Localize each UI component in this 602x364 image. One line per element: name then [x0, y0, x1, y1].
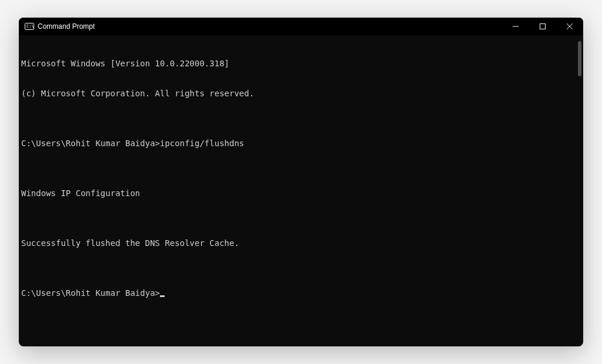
- terminal-line: Windows IP Configuration: [21, 188, 581, 198]
- maximize-icon: [540, 23, 546, 29]
- cursor-icon: [160, 295, 165, 297]
- minimize-button[interactable]: [502, 18, 529, 35]
- close-icon: [567, 23, 573, 29]
- close-button[interactable]: [556, 18, 583, 35]
- terminal-line: (c) Microsoft Corporation. All rights re…: [21, 89, 581, 99]
- minimize-icon: [513, 23, 519, 29]
- maximize-button[interactable]: [529, 18, 556, 35]
- scrollbar-thumb[interactable]: [578, 41, 581, 76]
- terminal-line: Microsoft Windows [Version 10.0.22000.31…: [21, 59, 581, 69]
- terminal-line: C:\Users\Rohit Kumar Baidya>ipconfig/flu…: [21, 139, 581, 149]
- terminal-output[interactable]: Microsoft Windows [Version 10.0.22000.31…: [19, 35, 583, 346]
- titlebar[interactable]: C:\ Command Prompt: [19, 18, 583, 35]
- svg-rect-3: [540, 24, 546, 29]
- window-title: Command Prompt: [38, 22, 95, 31]
- cmd-icon: C:\: [25, 22, 34, 31]
- terminal-prompt-text: C:\Users\Rohit Kumar Baidya>: [21, 288, 160, 298]
- terminal-prompt-line: C:\Users\Rohit Kumar Baidya>: [21, 288, 581, 298]
- terminal-line: Successfully flushed the DNS Resolver Ca…: [21, 238, 581, 248]
- command-prompt-window: C:\ Command Prompt Microsoft Windows [Ve…: [19, 18, 583, 346]
- svg-text:C:\: C:\: [26, 24, 34, 29]
